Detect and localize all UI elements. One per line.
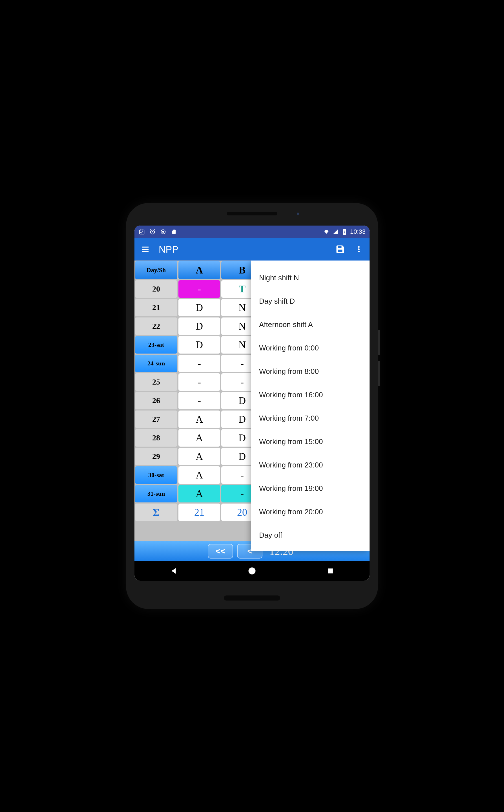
shift-cell[interactable]: D xyxy=(178,317,220,335)
svg-point-11 xyxy=(358,246,360,248)
recent-icon[interactable] xyxy=(325,565,336,577)
dropdown-item[interactable]: Working from 16:00 xyxy=(251,383,370,407)
day-cell[interactable]: 28 xyxy=(135,429,177,447)
svg-rect-6 xyxy=(142,247,149,248)
shift-cell[interactable]: D xyxy=(178,336,220,354)
back-icon[interactable] xyxy=(168,565,179,577)
shift-cell[interactable]: - xyxy=(178,373,220,391)
screen: 10:33 NPP Day/Sh A B xyxy=(134,226,370,581)
svg-rect-7 xyxy=(142,249,149,250)
calendar-check-icon xyxy=(138,228,145,235)
content-area: Day/Sh A B 20-T21DN22DN23-satDN24-sun--2… xyxy=(134,261,370,561)
dropdown-item[interactable]: Afternoon shift A xyxy=(251,313,370,336)
svg-rect-0 xyxy=(140,230,144,234)
camera-dot xyxy=(297,213,299,215)
shift-cell[interactable]: A xyxy=(178,411,220,428)
dropdown-item[interactable]: Working from 23:00 xyxy=(251,453,370,477)
signal-icon xyxy=(332,228,339,235)
svg-rect-15 xyxy=(328,568,333,573)
alarm-icon xyxy=(149,228,156,235)
side-button xyxy=(378,330,380,355)
dropdown-item[interactable]: Working from 7:00 xyxy=(251,407,370,430)
shift-cell[interactable]: A xyxy=(178,448,220,465)
svg-rect-9 xyxy=(338,250,342,252)
svg-rect-8 xyxy=(142,251,149,252)
svg-point-3 xyxy=(162,231,164,233)
more-icon[interactable] xyxy=(354,244,364,254)
day-cell[interactable]: 26 xyxy=(135,392,177,409)
day-cell[interactable]: 27 xyxy=(135,411,177,428)
sd-card-icon xyxy=(171,228,177,235)
day-cell[interactable]: 29 xyxy=(135,448,177,465)
battery-charging-icon xyxy=(341,228,348,235)
shift-cell[interactable]: - xyxy=(178,392,220,409)
save-icon[interactable] xyxy=(335,244,345,254)
shift-cell[interactable]: - xyxy=(178,355,220,372)
header-col-a[interactable]: A xyxy=(178,261,220,279)
svg-point-13 xyxy=(358,251,360,252)
shift-cell[interactable]: A xyxy=(178,429,220,447)
svg-point-12 xyxy=(358,248,360,250)
day-cell[interactable]: 20 xyxy=(135,280,177,298)
shift-cell[interactable]: A xyxy=(178,485,220,502)
day-cell[interactable]: 25 xyxy=(135,373,177,391)
app-bar: NPP xyxy=(134,238,370,261)
day-cell[interactable]: 22 xyxy=(135,317,177,335)
side-button xyxy=(378,361,380,386)
phone-frame: 10:33 NPP Day/Sh A B xyxy=(126,203,378,609)
shift-cell[interactable]: A xyxy=(178,466,220,484)
dropdown-item[interactable]: Day shift D xyxy=(251,290,370,313)
shift-cell[interactable]: - xyxy=(178,280,220,298)
status-time: 10:33 xyxy=(350,228,366,235)
system-nav xyxy=(134,561,370,581)
dropdown-item[interactable]: Training T xyxy=(251,547,370,551)
menu-icon[interactable] xyxy=(140,244,150,254)
sigma-cell: Σ xyxy=(135,504,177,521)
day-cell[interactable]: 31-sun xyxy=(135,485,177,502)
wifi-icon xyxy=(323,228,330,235)
day-cell[interactable]: 24-sun xyxy=(135,355,177,372)
dropdown-item[interactable]: Day off xyxy=(251,524,370,547)
home-icon[interactable] xyxy=(246,565,258,577)
header-day: Day/Sh xyxy=(135,261,177,279)
day-cell[interactable]: 23-sat xyxy=(135,336,177,354)
shift-cell[interactable]: D xyxy=(178,299,220,316)
record-icon xyxy=(160,228,167,235)
app-title: NPP xyxy=(159,244,335,255)
svg-point-14 xyxy=(249,568,256,575)
dropdown-item[interactable]: Working from 0:00 xyxy=(251,336,370,360)
total-cell: 21 xyxy=(178,504,220,521)
status-bar: 10:33 xyxy=(134,226,370,238)
day-cell[interactable]: 21 xyxy=(135,299,177,316)
day-cell[interactable]: 30-sat xyxy=(135,466,177,484)
dropdown-item[interactable]: Working from 20:00 xyxy=(251,500,370,524)
svg-rect-5 xyxy=(344,229,345,229)
speaker-grille xyxy=(224,595,280,601)
dropdown-item[interactable]: Working from 19:00 xyxy=(251,477,370,500)
dropdown-item[interactable]: Working from 15:00 xyxy=(251,430,370,453)
prev-fast-button[interactable]: << xyxy=(208,544,233,559)
shift-dropdown[interactable]: Night shift NDay shift DAfternoon shift … xyxy=(251,261,370,551)
dropdown-item[interactable]: Night shift N xyxy=(251,266,370,290)
svg-rect-10 xyxy=(338,246,342,248)
dropdown-item[interactable]: Working from 8:00 xyxy=(251,360,370,383)
